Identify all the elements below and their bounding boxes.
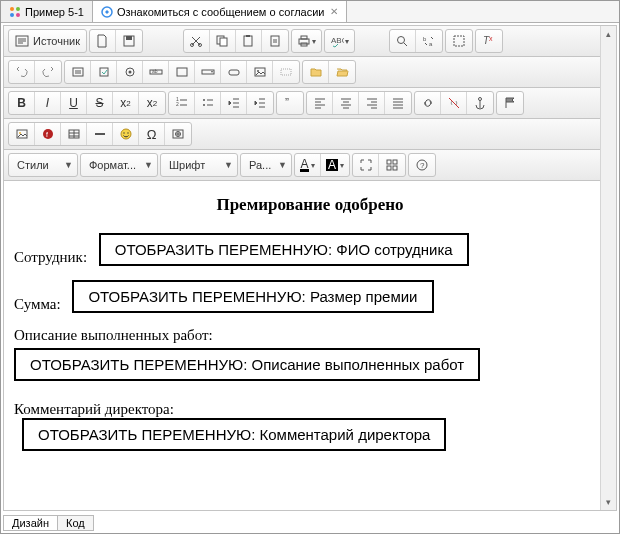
variable-box[interactable]: ОТОБРАЗИТЬ ПЕРЕМЕННУЮ: ФИО сотрудника bbox=[99, 233, 469, 266]
align-right-button[interactable] bbox=[359, 92, 385, 114]
hidden-field-button[interactable] bbox=[273, 61, 299, 83]
outdent-button[interactable] bbox=[221, 92, 247, 114]
anchor-button[interactable] bbox=[467, 92, 493, 114]
code-tab[interactable]: Код bbox=[57, 515, 94, 531]
specialchar-button[interactable]: Ω bbox=[139, 123, 165, 145]
find-button[interactable] bbox=[390, 30, 416, 52]
help-icon: ? bbox=[415, 158, 429, 172]
variable-box[interactable]: ОТОБРАЗИТЬ ПЕРЕМЕННУЮ: Размер премии bbox=[72, 280, 433, 313]
anchor-icon bbox=[473, 96, 487, 110]
font-combo[interactable]: Шрифт▼ bbox=[160, 153, 238, 177]
print-button[interactable]: ▾ bbox=[292, 30, 321, 52]
paste-text-button[interactable] bbox=[262, 30, 288, 52]
undo-button[interactable] bbox=[9, 61, 35, 83]
svg-rect-36 bbox=[281, 69, 291, 75]
design-tab[interactable]: Дизайн bbox=[3, 515, 58, 531]
textarea-button[interactable] bbox=[169, 61, 195, 83]
svg-rect-11 bbox=[220, 38, 227, 46]
align-justify-button[interactable] bbox=[385, 92, 411, 114]
remove-format-button[interactable]: Tx bbox=[476, 30, 502, 52]
italic-button[interactable]: I bbox=[35, 92, 61, 114]
svg-text:ab: ab bbox=[152, 68, 158, 74]
indent-icon bbox=[253, 96, 267, 110]
textfield-button[interactable]: ab bbox=[143, 61, 169, 83]
form-icon bbox=[71, 65, 85, 79]
svg-rect-55 bbox=[387, 166, 391, 170]
svg-rect-13 bbox=[246, 35, 250, 37]
radio-button[interactable] bbox=[117, 61, 143, 83]
about-button[interactable]: ? bbox=[409, 154, 435, 176]
flag-button[interactable] bbox=[497, 92, 523, 114]
unlink-button[interactable] bbox=[441, 92, 467, 114]
textarea-icon bbox=[175, 65, 189, 79]
radio-icon bbox=[123, 65, 137, 79]
underline-button[interactable]: U bbox=[61, 92, 87, 114]
indent-button[interactable] bbox=[247, 92, 273, 114]
text-color-button[interactable]: A▾ bbox=[295, 154, 321, 176]
new-page-button[interactable] bbox=[90, 30, 116, 52]
table-button[interactable] bbox=[61, 123, 87, 145]
align-justify-icon bbox=[391, 96, 405, 110]
file-tab-1[interactable]: Пример 5-1 bbox=[1, 1, 93, 22]
checkbox-button[interactable] bbox=[91, 61, 117, 83]
svg-rect-22 bbox=[454, 36, 464, 46]
maximize-button[interactable] bbox=[353, 154, 379, 176]
format-combo[interactable]: Формат...▼ bbox=[80, 153, 158, 177]
image-button-button[interactable] bbox=[247, 61, 273, 83]
size-combo[interactable]: Ра...▼ bbox=[240, 153, 292, 177]
svg-point-50 bbox=[127, 132, 128, 133]
iframe-button[interactable] bbox=[165, 123, 191, 145]
superscript-button[interactable]: x2 bbox=[139, 92, 165, 114]
show-blocks-button[interactable] bbox=[379, 154, 405, 176]
hr-button[interactable] bbox=[87, 123, 113, 145]
copy-button[interactable] bbox=[210, 30, 236, 52]
smiley-button[interactable] bbox=[113, 123, 139, 145]
cut-button[interactable] bbox=[184, 30, 210, 52]
numbered-list-button[interactable]: 12 bbox=[169, 92, 195, 114]
cut-icon bbox=[189, 34, 203, 48]
bullet-list-button[interactable] bbox=[195, 92, 221, 114]
image-icon bbox=[15, 127, 29, 141]
image-button-icon bbox=[253, 65, 267, 79]
svg-rect-33 bbox=[229, 70, 239, 75]
file-tab-2[interactable]: Ознакомиться с сообщением о согласии ✕ bbox=[93, 1, 348, 22]
flash-button[interactable]: f bbox=[35, 123, 61, 145]
task-icon bbox=[101, 6, 113, 18]
button-widget-button[interactable] bbox=[221, 61, 247, 83]
svg-point-2 bbox=[10, 13, 14, 17]
styles-combo[interactable]: Стили▼ bbox=[8, 153, 78, 177]
select-button[interactable] bbox=[195, 61, 221, 83]
vertical-scrollbar[interactable]: ▴ ▾ bbox=[600, 26, 616, 510]
save-button[interactable] bbox=[116, 30, 142, 52]
source-button[interactable]: Источник bbox=[9, 30, 86, 52]
spellcheck-button[interactable]: ABC▾ bbox=[325, 30, 354, 52]
form-button[interactable] bbox=[65, 61, 91, 83]
paste-button[interactable] bbox=[236, 30, 262, 52]
tab-label: Пример 5-1 bbox=[25, 6, 84, 18]
variable-box[interactable]: ОТОБРАЗИТЬ ПЕРЕМЕННУЮ: Комментарий дирек… bbox=[22, 418, 446, 451]
align-left-button[interactable] bbox=[307, 92, 333, 114]
bold-button[interactable]: B bbox=[9, 92, 35, 114]
redo-button[interactable] bbox=[35, 61, 61, 83]
editor-canvas[interactable]: Премирование одобрено Сотрудник: ОТОБРАЗ… bbox=[4, 181, 616, 510]
subscript-button[interactable]: x2 bbox=[113, 92, 139, 114]
combo-label: Формат... bbox=[89, 159, 136, 171]
image-button[interactable] bbox=[9, 123, 35, 145]
blockquote-button[interactable]: ” bbox=[277, 92, 303, 114]
checkbox-icon bbox=[97, 65, 111, 79]
scroll-up-icon[interactable]: ▴ bbox=[602, 26, 616, 42]
scroll-down-icon[interactable]: ▾ bbox=[602, 494, 616, 510]
folder-open-button[interactable] bbox=[329, 61, 355, 83]
selectall-button[interactable] bbox=[446, 30, 472, 52]
replace-button[interactable]: ba bbox=[416, 30, 442, 52]
replace-icon: ba bbox=[422, 34, 436, 48]
folder-button[interactable] bbox=[303, 61, 329, 83]
variable-box[interactable]: ОТОБРАЗИТЬ ПЕРЕМЕННУЮ: Описание выполнен… bbox=[14, 348, 480, 381]
align-center-button[interactable] bbox=[333, 92, 359, 114]
link-button[interactable] bbox=[415, 92, 441, 114]
paste-text-icon bbox=[268, 34, 282, 48]
bg-color-button[interactable]: A▾ bbox=[321, 154, 349, 176]
strike-button[interactable]: S bbox=[87, 92, 113, 114]
close-icon[interactable]: ✕ bbox=[330, 6, 338, 17]
toolbar-row-1: Источник ▾ ABC▾ ba Tx bbox=[4, 26, 616, 57]
